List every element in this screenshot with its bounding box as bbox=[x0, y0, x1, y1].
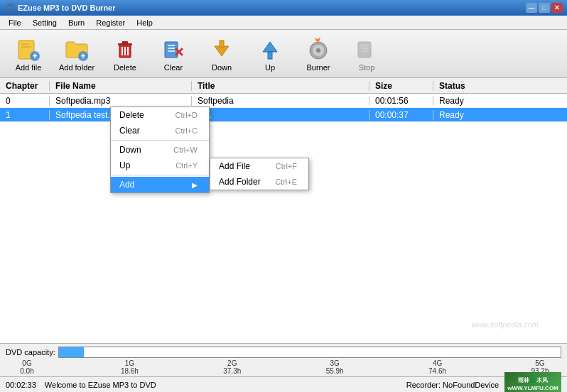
menu-bar: File Setting Burn Register Help bbox=[0, 16, 567, 30]
ctx-add[interactable]: Add ▶ bbox=[111, 177, 209, 192]
ctx-clear[interactable]: Clear Ctrl+C bbox=[111, 123, 209, 138]
context-menu: Delete Ctrl+D Clear Ctrl+C Down Ctrl+W U… bbox=[110, 107, 210, 193]
ctx-down[interactable]: Down Ctrl+W bbox=[111, 142, 209, 158]
up-label: Up bbox=[265, 63, 275, 72]
row-status: Ready bbox=[433, 110, 490, 120]
ctx-delete-shortcut: Ctrl+D bbox=[176, 111, 198, 119]
menu-setting[interactable]: Setting bbox=[27, 17, 63, 28]
add-file-icon: + bbox=[16, 36, 41, 62]
menu-help[interactable]: Help bbox=[131, 17, 158, 28]
ctx-up[interactable]: Up Ctrl+Y bbox=[111, 158, 209, 173]
table-row[interactable]: 0 Softpedia.mp3 Softpedia 00:01:56 Ready bbox=[0, 94, 567, 108]
submenu: Add File Ctrl+F Add Folder Ctrl+E bbox=[210, 158, 309, 190]
row-chapter: 1 bbox=[0, 110, 50, 120]
svg-rect-22 bbox=[268, 52, 272, 59]
app-icon: 🎵 bbox=[4, 3, 15, 13]
tick-2g: 2G 37.3h bbox=[211, 359, 254, 375]
add-folder-label: Add folder bbox=[59, 63, 94, 72]
up-button[interactable]: Up bbox=[247, 33, 293, 75]
row-status: Ready bbox=[433, 96, 490, 106]
menu-register[interactable]: Register bbox=[90, 17, 131, 28]
col-header-filename: File Name bbox=[50, 81, 192, 91]
ctx-add-file[interactable]: Add File Ctrl+F bbox=[210, 158, 308, 174]
add-file-button[interactable]: + Add file bbox=[6, 33, 51, 75]
title-bar-left: 🎵 EZuse MP3 to DVD Burner bbox=[4, 3, 116, 13]
ctx-up-label: Up bbox=[119, 160, 130, 170]
burner-button[interactable]: Burner bbox=[296, 33, 341, 75]
menu-file[interactable]: File bbox=[3, 17, 27, 28]
tick-3g: 3G 55.9h bbox=[313, 359, 356, 375]
tick-top: 3G bbox=[330, 359, 340, 367]
ctx-add-folder[interactable]: Add Folder Ctrl+E bbox=[210, 174, 308, 190]
svg-rect-20 bbox=[220, 40, 224, 48]
tick-bottom: 37.3h bbox=[223, 367, 241, 375]
capacity-bar bbox=[58, 347, 561, 358]
tick-top: 5G bbox=[535, 359, 544, 367]
row-size: 00:00:37 bbox=[369, 110, 433, 120]
table-header: Chapter File Name Title Size Status bbox=[0, 78, 567, 94]
add-folder-button[interactable]: + Add folder bbox=[54, 33, 99, 75]
ctx-down-shortcut: Ctrl+W bbox=[173, 146, 198, 154]
ctx-add-label: Add bbox=[119, 180, 134, 190]
add-file-label: Add file bbox=[16, 63, 42, 72]
col-header-status: Status bbox=[433, 81, 490, 91]
svg-rect-26 bbox=[358, 42, 371, 58]
tick-1g: 1G 18.6h bbox=[108, 359, 151, 375]
clear-label: Clear bbox=[164, 63, 183, 72]
status-left: 00:02:33 Welcome to EZuse MP3 to DVD bbox=[6, 381, 156, 389]
status-recorder: Recorder: NoFoundDevice bbox=[406, 381, 499, 389]
ctx-delete[interactable]: Delete Ctrl+D bbox=[111, 107, 209, 123]
svg-marker-21 bbox=[263, 42, 277, 52]
tick-bottom: 55.9h bbox=[326, 367, 344, 375]
ctx-divider2 bbox=[111, 175, 209, 175]
stop-button[interactable]: Stop bbox=[344, 33, 389, 75]
col-header-size: Size bbox=[369, 81, 433, 91]
capacity-label: DVD capacity: bbox=[6, 347, 561, 358]
row-title: ...... bbox=[192, 110, 369, 120]
ctx-up-shortcut: Ctrl+Y bbox=[176, 161, 198, 170]
maximize-button[interactable]: □ bbox=[539, 3, 550, 13]
title-bar: 🎵 EZuse MP3 to DVD Burner — □ ✕ bbox=[0, 0, 567, 16]
minimize-button[interactable]: — bbox=[526, 3, 537, 13]
svg-text:+: + bbox=[32, 51, 37, 61]
table-row[interactable]: 1 Softpedia test.wav ...... 00:00:37 Rea… bbox=[0, 108, 567, 122]
capacity-bar-fill bbox=[59, 347, 84, 357]
ctx-add-file-shortcut: Ctrl+F bbox=[276, 162, 297, 170]
burner-icon bbox=[306, 36, 331, 62]
delete-button[interactable]: Delete bbox=[102, 33, 148, 75]
status-right: Recorder: NoFoundDevice 雨林🌲木风wWW.YLMFU.C… bbox=[406, 372, 561, 393]
ctx-add-folder-shortcut: Ctrl+E bbox=[275, 178, 297, 186]
svg-rect-1 bbox=[21, 43, 28, 45]
row-title: Softpedia bbox=[192, 96, 369, 106]
toolbar: + Add file + Add folder Delete bbox=[0, 30, 567, 78]
ctx-delete-label: Delete bbox=[119, 110, 144, 120]
status-time: 00:02:33 bbox=[6, 381, 36, 389]
ctx-add-file-label: Add File bbox=[219, 161, 250, 171]
ctx-down-label: Down bbox=[119, 145, 141, 155]
brand-text: 雨林🌲木风wWW.YLMFU.COM bbox=[507, 377, 558, 392]
col-header-title: Title bbox=[192, 81, 369, 91]
row-filename: Softpedia.mp3 bbox=[50, 96, 192, 106]
stop-label: Stop bbox=[359, 63, 375, 72]
menu-burn[interactable]: Burn bbox=[63, 17, 90, 28]
ctx-divider bbox=[111, 140, 209, 141]
col-header-chapter: Chapter bbox=[0, 81, 50, 91]
svg-point-25 bbox=[316, 48, 320, 53]
down-button[interactable]: Down bbox=[199, 33, 244, 75]
burner-label: Burner bbox=[306, 63, 330, 72]
delete-label: Delete bbox=[114, 63, 136, 72]
app-title: EZuse MP3 to DVD Burner bbox=[18, 4, 116, 12]
brand-badge: 雨林🌲木风wWW.YLMFU.COM bbox=[504, 372, 561, 393]
tick-top: 2G bbox=[227, 359, 237, 367]
svg-text:+: + bbox=[80, 51, 85, 61]
tick-top: 0G bbox=[22, 359, 31, 367]
ctx-add-folder-label: Add Folder bbox=[219, 177, 261, 187]
capacity-label-text: DVD capacity: bbox=[6, 348, 55, 356]
close-button[interactable]: ✕ bbox=[551, 3, 563, 13]
clear-icon bbox=[161, 36, 186, 62]
svg-rect-9 bbox=[122, 41, 128, 44]
ctx-clear-shortcut: Ctrl+C bbox=[176, 126, 198, 135]
title-bar-controls: — □ ✕ bbox=[526, 3, 563, 13]
clear-button[interactable]: Clear bbox=[151, 33, 196, 75]
row-size: 00:01:56 bbox=[369, 96, 433, 106]
